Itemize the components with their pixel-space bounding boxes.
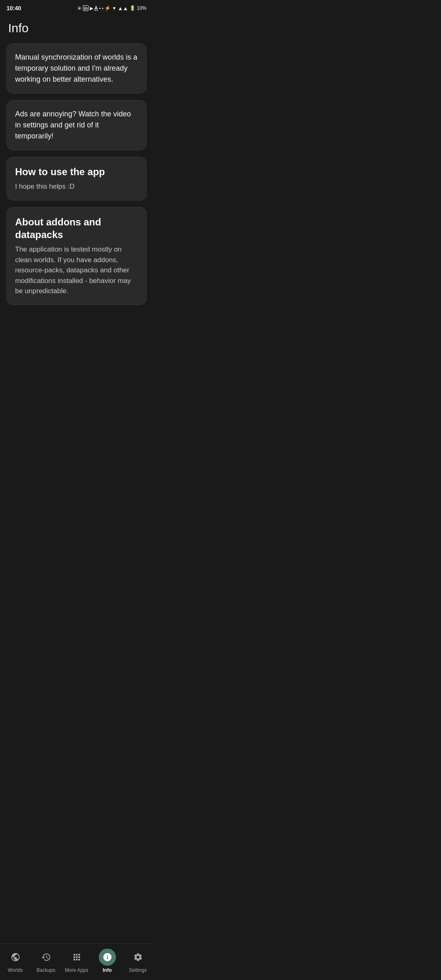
info-label: Info [103, 967, 112, 973]
battery-percent: 10% [137, 5, 147, 11]
how-to-use-card: How to use the app I hope this helps :D [7, 157, 147, 200]
ads-info-text: Ads are annoying? Watch the video in set… [15, 109, 138, 142]
status-icons: ✳ in ▶ A • • ⚡ ▼ ▲▲ 🔋 10% [77, 5, 147, 11]
status-bar: 10:40 ✳ in ▶ A • • ⚡ ▼ ▲▲ 🔋 10% [0, 0, 153, 15]
nav-item-backups[interactable]: Backups [31, 946, 61, 976]
addons-card: About addons and datapacks The applicati… [7, 207, 147, 305]
status-time: 10:40 [7, 5, 21, 11]
settings-icon [133, 952, 143, 962]
worlds-label: Worlds [8, 967, 23, 973]
linkedin-icon: in [83, 5, 89, 11]
how-to-use-title: How to use the app [15, 165, 138, 178]
separator-dot: • [102, 6, 103, 11]
snowflake-icon: ✳ [77, 5, 82, 11]
backups-icon-wrap [38, 949, 55, 966]
info-icon-wrap [99, 949, 116, 966]
more-apps-label: More Apps [65, 967, 88, 973]
backups-label: Backups [36, 967, 55, 973]
more-apps-icon-wrap [68, 949, 85, 966]
sync-info-card: Manual synchronization of worlds is a te… [7, 43, 147, 94]
addons-subtitle: The application is tested mostly on clea… [15, 244, 138, 296]
nav-item-info[interactable]: Info [92, 946, 122, 976]
dot-icon: • [99, 6, 101, 11]
more-apps-icon [72, 952, 82, 962]
wifi-icon: ▼ [112, 6, 116, 11]
ads-info-card: Ads are annoying? Watch the video in set… [7, 100, 147, 150]
bluetooth-icon: ⚡ [105, 5, 111, 11]
info-icon [102, 952, 112, 962]
signal-icon: ▲▲ [118, 5, 128, 11]
worlds-icon [11, 952, 20, 962]
battery-icon: 🔋 [129, 5, 136, 11]
bottom-nav: Worlds Backups More Apps Info [0, 943, 153, 980]
nav-item-worlds[interactable]: Worlds [0, 946, 31, 976]
addons-title: About addons and datapacks [15, 216, 138, 241]
sync-info-text: Manual synchronization of worlds is a te… [15, 52, 138, 85]
worlds-icon-wrap [7, 949, 24, 966]
nav-item-more-apps[interactable]: More Apps [61, 946, 92, 976]
settings-icon-wrap [129, 949, 147, 966]
play-icon: ▶ [90, 6, 93, 11]
nav-item-settings[interactable]: Settings [122, 946, 153, 976]
content-area: Manual synchronization of worlds is a te… [0, 43, 153, 354]
settings-label: Settings [129, 967, 147, 973]
how-to-use-subtitle: I hope this helps :D [15, 181, 138, 192]
font-icon: A [94, 5, 98, 11]
page-title: Info [0, 15, 153, 43]
backups-icon [41, 952, 51, 962]
